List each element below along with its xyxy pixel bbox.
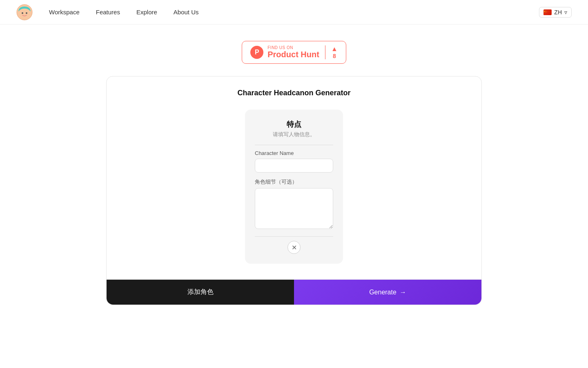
svg-point-2	[22, 12, 23, 14]
main-content: P FIND US ON Product Hunt ▲ 8 Character …	[0, 25, 588, 313]
character-name-field: Character Name	[255, 150, 333, 173]
action-buttons: 添加角色 Generate →	[107, 279, 481, 305]
add-character-button[interactable]: 添加角色	[107, 280, 294, 305]
nav-features[interactable]: Features	[96, 9, 120, 16]
lang-code: ZH	[554, 9, 562, 16]
generate-label: Generate	[369, 289, 396, 296]
generate-button[interactable]: Generate →	[294, 280, 481, 305]
close-card-button[interactable]: ✕	[287, 241, 301, 254]
card-section-title: 特点	[255, 119, 333, 129]
character-name-input[interactable]	[255, 159, 333, 173]
ph-vote-count: 8	[333, 53, 336, 59]
character-card: 特点 请填写人物信息。 Character Name 角色细节（可选） ✕	[245, 110, 343, 264]
ph-logo-icon: P	[250, 46, 263, 59]
ph-find-text: FIND US ON	[267, 45, 319, 50]
card-header: 特点 请填写人物信息。	[255, 119, 333, 138]
arrow-icon: →	[400, 289, 406, 296]
header: Workspace Features Explore About Us 🇨🇳 Z…	[0, 0, 588, 25]
svg-point-3	[26, 12, 27, 14]
character-details-field: 角色细节（可选）	[255, 178, 333, 231]
generator-title: Character Headcanon Generator	[123, 89, 465, 97]
character-details-textarea[interactable]	[255, 188, 333, 229]
nav-about-us[interactable]: About Us	[174, 9, 199, 16]
character-name-label: Character Name	[255, 150, 333, 156]
main-nav: Workspace Features Explore About Us	[49, 9, 539, 16]
nav-workspace[interactable]: Workspace	[49, 9, 80, 16]
product-hunt-badge[interactable]: P FIND US ON Product Hunt ▲ 8	[242, 41, 346, 64]
ph-votes-block: ▲ 8	[325, 45, 338, 59]
logo[interactable]	[16, 4, 33, 20]
close-icon: ✕	[292, 244, 297, 251]
generator-card: Character Headcanon Generator 特点 请填写人物信息…	[106, 76, 482, 305]
close-row: ✕	[255, 236, 333, 254]
language-selector[interactable]: 🇨🇳 ZH ▿	[539, 7, 572, 18]
ph-upvote-icon: ▲	[331, 45, 338, 53]
nav-explore[interactable]: Explore	[136, 9, 157, 16]
card-section-subtitle: 请填写人物信息。	[255, 131, 333, 138]
flag-icon: 🇨🇳	[543, 9, 552, 15]
chevron-down-icon: ▿	[564, 9, 567, 16]
ph-name: Product Hunt	[267, 50, 319, 59]
ph-text-block: FIND US ON Product Hunt	[267, 45, 319, 59]
character-details-label: 角色细节（可选）	[255, 178, 333, 186]
card-divider	[255, 145, 333, 145]
